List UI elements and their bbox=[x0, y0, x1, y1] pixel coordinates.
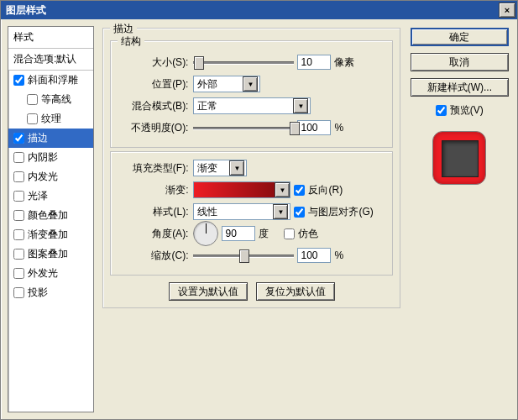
style-item-4[interactable]: 内阴影 bbox=[8, 148, 93, 167]
chevron-down-icon: ▼ bbox=[273, 204, 288, 219]
style-item-0[interactable]: 斜面和浮雕 bbox=[8, 71, 93, 90]
scale-unit: % bbox=[334, 249, 343, 261]
style-item-3[interactable]: 描边 bbox=[8, 129, 93, 148]
style-item-checkbox[interactable] bbox=[13, 249, 24, 260]
style-item-5[interactable]: 内发光 bbox=[8, 167, 93, 186]
ok-button[interactable]: 确定 bbox=[411, 28, 509, 46]
chevron-down-icon: ▼ bbox=[275, 182, 290, 197]
style-item-10[interactable]: 外发光 bbox=[8, 264, 93, 283]
preview-label: 预览(V) bbox=[450, 103, 484, 118]
reverse-checkbox[interactable]: 反向(R) bbox=[294, 183, 343, 197]
style-item-6[interactable]: 光泽 bbox=[8, 186, 93, 206]
style-item-label: 纹理 bbox=[41, 112, 61, 126]
chevron-down-icon: ▼ bbox=[229, 160, 244, 176]
style-item-checkbox[interactable] bbox=[13, 210, 24, 221]
style-item-checkbox[interactable] bbox=[13, 133, 24, 144]
dither-checkbox[interactable]: 仿色 bbox=[284, 227, 318, 241]
style-item-11[interactable]: 投影 bbox=[8, 283, 93, 302]
style-label: 样式(L): bbox=[119, 205, 190, 219]
preview-swatch bbox=[432, 126, 486, 185]
filltype-value: 渐变 bbox=[197, 161, 217, 176]
scale-label: 缩放(C): bbox=[119, 249, 190, 263]
styles-list: 样式 混合选项:默认 斜面和浮雕等高线纹理描边内阴影内发光光泽颜色叠加渐变叠加图… bbox=[8, 26, 94, 412]
filltype-dropdown[interactable]: 渐变 ▼ bbox=[193, 160, 247, 176]
style-item-label: 外发光 bbox=[28, 266, 58, 281]
position-value: 外部 bbox=[197, 77, 217, 92]
style-item-label: 描边 bbox=[28, 131, 48, 145]
preview-checkbox[interactable]: 预览(V) bbox=[411, 103, 509, 118]
style-item-checkbox[interactable] bbox=[13, 287, 24, 298]
scale-input[interactable] bbox=[297, 248, 331, 263]
style-item-label: 斜面和浮雕 bbox=[28, 73, 78, 87]
style-item-label: 渐变叠加 bbox=[28, 228, 68, 242]
stroke-group: 描边 结构 大小(S): 像素 位置(P): 外部 bbox=[102, 28, 400, 308]
reverse-label: 反向(R) bbox=[308, 183, 343, 197]
opacity-unit: % bbox=[334, 122, 343, 134]
opacity-input[interactable] bbox=[297, 120, 331, 135]
style-item-7[interactable]: 颜色叠加 bbox=[8, 206, 93, 225]
style-item-8[interactable]: 渐变叠加 bbox=[8, 225, 93, 244]
position-label: 位置(P): bbox=[119, 77, 190, 92]
style-item-label: 内发光 bbox=[28, 170, 58, 184]
blendmode-value: 正常 bbox=[197, 99, 217, 113]
style-item-label: 内阴影 bbox=[28, 150, 58, 165]
window-title: 图层样式 bbox=[6, 3, 46, 18]
layer-style-dialog: 图层样式 × 样式 混合选项:默认 斜面和浮雕等高线纹理描边内阴影内发光光泽颜色… bbox=[0, 0, 518, 420]
size-input[interactable] bbox=[297, 55, 331, 70]
gradient-label: 渐变: bbox=[119, 183, 190, 197]
blend-options-header[interactable]: 混合选项:默认 bbox=[8, 49, 93, 71]
style-item-label: 投影 bbox=[28, 286, 48, 300]
style-item-label: 等高线 bbox=[41, 92, 71, 107]
style-item-1[interactable]: 等高线 bbox=[8, 90, 93, 109]
style-item-checkbox[interactable] bbox=[13, 229, 24, 240]
style-item-label: 光泽 bbox=[28, 189, 48, 203]
style-item-checkbox[interactable] bbox=[13, 191, 24, 202]
cancel-button[interactable]: 取消 bbox=[411, 53, 509, 71]
titlebar: 图层样式 × bbox=[1, 1, 517, 19]
dialog-buttons: 确定 取消 新建样式(W)... 预览(V) bbox=[409, 26, 510, 412]
close-button[interactable]: × bbox=[499, 3, 515, 18]
angle-input[interactable] bbox=[222, 226, 255, 241]
make-default-button[interactable]: 设置为默认值 bbox=[169, 282, 248, 301]
style-value: 线性 bbox=[197, 205, 217, 219]
style-item-label: 图案叠加 bbox=[28, 247, 68, 261]
style-item-checkbox[interactable] bbox=[13, 75, 24, 86]
blendmode-dropdown[interactable]: 正常 ▼ bbox=[193, 97, 311, 114]
chevron-down-icon: ▼ bbox=[243, 76, 258, 92]
blendmode-label: 混合模式(B): bbox=[119, 99, 190, 113]
style-item-checkbox[interactable] bbox=[13, 171, 24, 182]
scale-slider[interactable] bbox=[193, 247, 294, 264]
structure-group: 结构 大小(S): 像素 位置(P): 外部 ▼ bbox=[110, 40, 392, 148]
angle-dial[interactable] bbox=[193, 221, 218, 246]
structure-legend: 结构 bbox=[118, 34, 144, 49]
size-slider[interactable] bbox=[193, 54, 294, 71]
style-item-9[interactable]: 图案叠加 bbox=[8, 244, 93, 264]
fill-group: 填充类型(F): 渐变 ▼ 渐变: ▼ bbox=[110, 151, 392, 276]
reset-default-button[interactable]: 复位为默认值 bbox=[256, 282, 335, 301]
close-icon: × bbox=[505, 5, 510, 15]
position-dropdown[interactable]: 外部 ▼ bbox=[193, 76, 260, 92]
settings-panel: 描边 结构 大小(S): 像素 位置(P): 外部 bbox=[101, 26, 401, 412]
style-dropdown[interactable]: 线性 ▼ bbox=[193, 203, 290, 220]
angle-label: 角度(A): bbox=[119, 227, 190, 241]
style-item-label: 颜色叠加 bbox=[28, 208, 68, 223]
align-checkbox[interactable]: 与图层对齐(G) bbox=[294, 205, 373, 219]
style-item-checkbox[interactable] bbox=[27, 94, 38, 105]
align-label: 与图层对齐(G) bbox=[308, 205, 373, 219]
styles-header[interactable]: 样式 bbox=[8, 27, 93, 49]
size-label: 大小(S): bbox=[119, 55, 190, 70]
style-item-checkbox[interactable] bbox=[27, 113, 38, 124]
opacity-label: 不透明度(O): bbox=[119, 121, 190, 135]
new-style-button[interactable]: 新建样式(W)... bbox=[411, 78, 509, 97]
style-item-checkbox[interactable] bbox=[13, 268, 24, 279]
gradient-picker[interactable]: ▼ bbox=[193, 181, 290, 198]
style-item-2[interactable]: 纹理 bbox=[8, 109, 93, 129]
style-item-checkbox[interactable] bbox=[13, 152, 24, 163]
chevron-down-icon: ▼ bbox=[293, 98, 308, 113]
angle-unit: 度 bbox=[259, 227, 269, 241]
dither-label: 仿色 bbox=[298, 227, 318, 241]
filltype-label: 填充类型(F): bbox=[119, 161, 190, 176]
opacity-slider[interactable] bbox=[193, 119, 294, 136]
size-unit: 像素 bbox=[334, 55, 354, 70]
